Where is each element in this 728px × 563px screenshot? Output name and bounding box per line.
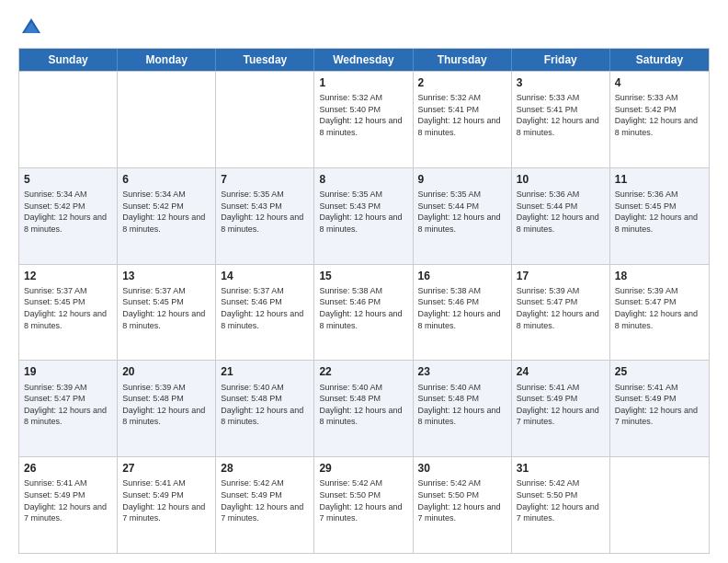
calendar-cell: 22Sunrise: 5:40 AM Sunset: 5:48 PM Dayli… <box>314 361 413 456</box>
cell-info: Sunrise: 5:39 AM Sunset: 5:47 PM Dayligh… <box>24 382 112 428</box>
cell-info: Sunrise: 5:32 AM Sunset: 5:41 PM Dayligh… <box>418 92 506 138</box>
cell-info: Sunrise: 5:34 AM Sunset: 5:42 PM Dayligh… <box>122 189 210 235</box>
day-number: 17 <box>517 269 605 283</box>
calendar-cell: 15Sunrise: 5:38 AM Sunset: 5:46 PM Dayli… <box>314 265 413 361</box>
cell-info: Sunrise: 5:35 AM Sunset: 5:44 PM Dayligh… <box>418 189 506 235</box>
cell-info: Sunrise: 5:37 AM Sunset: 5:46 PM Dayligh… <box>221 285 309 331</box>
calendar-cell: 8Sunrise: 5:35 AM Sunset: 5:43 PM Daylig… <box>314 168 413 264</box>
cell-info: Sunrise: 5:41 AM Sunset: 5:49 PM Dayligh… <box>122 477 210 523</box>
calendar-cell: 16Sunrise: 5:38 AM Sunset: 5:46 PM Dayli… <box>414 265 512 361</box>
calendar-header: SundayMondayTuesdayWednesdayThursdayFrid… <box>19 49 709 71</box>
day-number: 20 <box>122 364 210 379</box>
day-number: 4 <box>615 75 704 90</box>
calendar-cell: 12Sunrise: 5:37 AM Sunset: 5:45 PM Dayli… <box>19 265 118 361</box>
day-number: 13 <box>122 269 210 283</box>
day-number: 7 <box>221 172 309 187</box>
day-number: 21 <box>221 364 309 379</box>
cell-info: Sunrise: 5:33 AM Sunset: 5:41 PM Dayligh… <box>517 92 605 138</box>
cell-info: Sunrise: 5:42 AM Sunset: 5:50 PM Dayligh… <box>319 477 407 523</box>
cell-info: Sunrise: 5:36 AM Sunset: 5:44 PM Dayligh… <box>517 189 605 235</box>
day-number: 2 <box>418 75 506 90</box>
weekday-header: Monday <box>118 49 216 71</box>
calendar-cell: 3Sunrise: 5:33 AM Sunset: 5:41 PM Daylig… <box>512 72 610 167</box>
cell-info: Sunrise: 5:40 AM Sunset: 5:48 PM Dayligh… <box>319 382 407 428</box>
day-number: 24 <box>517 364 605 379</box>
cell-info: Sunrise: 5:41 AM Sunset: 5:49 PM Dayligh… <box>24 477 112 523</box>
calendar-row: 5Sunrise: 5:34 AM Sunset: 5:42 PM Daylig… <box>19 167 709 264</box>
cell-info: Sunrise: 5:40 AM Sunset: 5:48 PM Dayligh… <box>221 382 309 428</box>
day-number: 16 <box>418 269 506 283</box>
calendar-cell <box>118 72 216 167</box>
day-number: 14 <box>221 269 309 283</box>
calendar-cell: 29Sunrise: 5:42 AM Sunset: 5:50 PM Dayli… <box>314 457 413 553</box>
weekday-header: Tuesday <box>216 49 314 71</box>
calendar-row: 12Sunrise: 5:37 AM Sunset: 5:45 PM Dayli… <box>19 264 709 361</box>
page: SundayMondayTuesdayWednesdayThursdayFrid… <box>0 0 728 563</box>
day-number: 19 <box>24 364 112 379</box>
calendar-row: 19Sunrise: 5:39 AM Sunset: 5:47 PM Dayli… <box>19 360 709 456</box>
day-number: 25 <box>615 364 704 379</box>
calendar-cell: 28Sunrise: 5:42 AM Sunset: 5:49 PM Dayli… <box>216 457 314 553</box>
calendar-cell: 4Sunrise: 5:33 AM Sunset: 5:42 PM Daylig… <box>610 72 709 167</box>
calendar-cell: 31Sunrise: 5:42 AM Sunset: 5:50 PM Dayli… <box>512 457 610 553</box>
calendar-cell: 24Sunrise: 5:41 AM Sunset: 5:49 PM Dayli… <box>512 361 610 456</box>
day-number: 23 <box>418 364 506 379</box>
logo-icon <box>18 15 44 40</box>
calendar-row: 26Sunrise: 5:41 AM Sunset: 5:49 PM Dayli… <box>19 456 709 553</box>
cell-info: Sunrise: 5:37 AM Sunset: 5:45 PM Dayligh… <box>122 285 210 331</box>
calendar-cell: 6Sunrise: 5:34 AM Sunset: 5:42 PM Daylig… <box>118 168 216 264</box>
calendar-cell: 10Sunrise: 5:36 AM Sunset: 5:44 PM Dayli… <box>512 168 610 264</box>
cell-info: Sunrise: 5:38 AM Sunset: 5:46 PM Dayligh… <box>319 285 407 331</box>
cell-info: Sunrise: 5:37 AM Sunset: 5:45 PM Dayligh… <box>24 285 112 331</box>
cell-info: Sunrise: 5:39 AM Sunset: 5:47 PM Dayligh… <box>517 285 605 331</box>
calendar-cell: 14Sunrise: 5:37 AM Sunset: 5:46 PM Dayli… <box>216 265 314 361</box>
cell-info: Sunrise: 5:41 AM Sunset: 5:49 PM Dayligh… <box>517 382 605 428</box>
day-number: 1 <box>319 75 407 90</box>
day-number: 3 <box>517 75 605 90</box>
calendar-cell: 13Sunrise: 5:37 AM Sunset: 5:45 PM Dayli… <box>118 265 216 361</box>
day-number: 11 <box>615 172 704 187</box>
cell-info: Sunrise: 5:35 AM Sunset: 5:43 PM Dayligh… <box>221 189 309 235</box>
weekday-header: Friday <box>512 49 610 71</box>
cell-info: Sunrise: 5:40 AM Sunset: 5:48 PM Dayligh… <box>418 382 506 428</box>
cell-info: Sunrise: 5:34 AM Sunset: 5:42 PM Dayligh… <box>24 189 112 235</box>
calendar-row: 1Sunrise: 5:32 AM Sunset: 5:40 PM Daylig… <box>19 71 709 167</box>
calendar-cell: 25Sunrise: 5:41 AM Sunset: 5:49 PM Dayli… <box>610 361 709 456</box>
day-number: 18 <box>615 269 704 283</box>
day-number: 22 <box>319 364 407 379</box>
cell-info: Sunrise: 5:42 AM Sunset: 5:50 PM Dayligh… <box>418 477 506 523</box>
calendar-cell: 1Sunrise: 5:32 AM Sunset: 5:40 PM Daylig… <box>314 72 413 167</box>
cell-info: Sunrise: 5:35 AM Sunset: 5:43 PM Dayligh… <box>319 189 407 235</box>
cell-info: Sunrise: 5:38 AM Sunset: 5:46 PM Dayligh… <box>418 285 506 331</box>
weekday-header: Thursday <box>414 49 512 71</box>
calendar-cell: 26Sunrise: 5:41 AM Sunset: 5:49 PM Dayli… <box>19 457 118 553</box>
cell-info: Sunrise: 5:42 AM Sunset: 5:49 PM Dayligh… <box>221 477 309 523</box>
day-number: 26 <box>24 461 112 476</box>
calendar-cell: 18Sunrise: 5:39 AM Sunset: 5:47 PM Dayli… <box>610 265 709 361</box>
cell-info: Sunrise: 5:36 AM Sunset: 5:45 PM Dayligh… <box>615 189 704 235</box>
weekday-header: Saturday <box>610 49 709 71</box>
day-number: 29 <box>319 461 407 476</box>
calendar: SundayMondayTuesdayWednesdayThursdayFrid… <box>18 48 710 554</box>
day-number: 15 <box>319 269 407 283</box>
weekday-header: Sunday <box>19 49 118 71</box>
calendar-cell: 30Sunrise: 5:42 AM Sunset: 5:50 PM Dayli… <box>414 457 512 553</box>
day-number: 27 <box>122 461 210 476</box>
calendar-cell <box>216 72 314 167</box>
day-number: 9 <box>418 172 506 187</box>
calendar-cell: 9Sunrise: 5:35 AM Sunset: 5:44 PM Daylig… <box>414 168 512 264</box>
calendar-cell: 17Sunrise: 5:39 AM Sunset: 5:47 PM Dayli… <box>512 265 610 361</box>
cell-info: Sunrise: 5:42 AM Sunset: 5:50 PM Dayligh… <box>517 477 605 523</box>
calendar-cell: 21Sunrise: 5:40 AM Sunset: 5:48 PM Dayli… <box>216 361 314 456</box>
calendar-cell: 27Sunrise: 5:41 AM Sunset: 5:49 PM Dayli… <box>118 457 216 553</box>
cell-info: Sunrise: 5:33 AM Sunset: 5:42 PM Dayligh… <box>615 92 704 138</box>
cell-info: Sunrise: 5:41 AM Sunset: 5:49 PM Dayligh… <box>615 382 704 428</box>
cell-info: Sunrise: 5:39 AM Sunset: 5:48 PM Dayligh… <box>122 382 210 428</box>
calendar-cell: 5Sunrise: 5:34 AM Sunset: 5:42 PM Daylig… <box>19 168 118 264</box>
calendar-cell <box>19 72 118 167</box>
day-number: 5 <box>24 172 112 187</box>
logo <box>18 15 48 40</box>
cell-info: Sunrise: 5:32 AM Sunset: 5:40 PM Dayligh… <box>319 92 407 138</box>
calendar-cell: 20Sunrise: 5:39 AM Sunset: 5:48 PM Dayli… <box>118 361 216 456</box>
day-number: 6 <box>122 172 210 187</box>
